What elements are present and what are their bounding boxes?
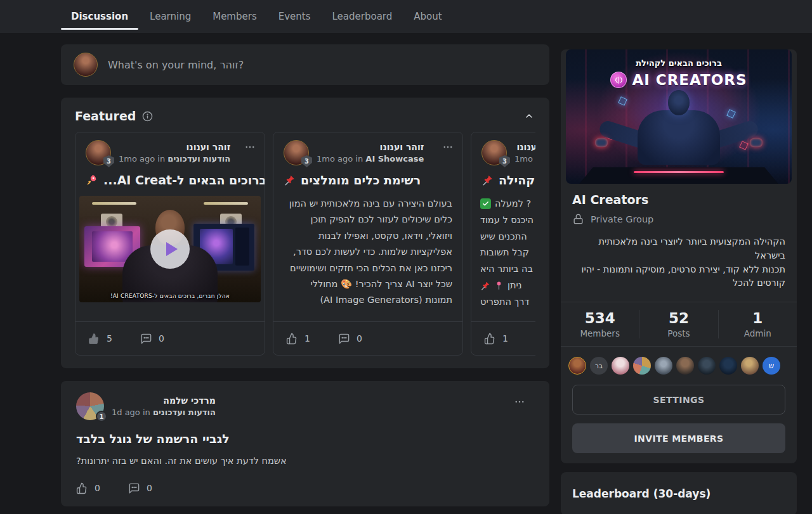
featured-post-body: למעלה ? היכנס ל עמוד התכנים שיש קבל תשוב…	[471, 196, 535, 311]
member-avatar[interactable]	[568, 357, 586, 375]
like-button[interactable]: 0	[76, 482, 100, 494]
featured-post-title[interactable]: רשימת כלים מומלצים	[301, 173, 421, 187]
comment-icon	[338, 333, 350, 345]
member-avatar[interactable]: ש	[763, 357, 780, 375]
author-name[interactable]: זוהר וענונו	[119, 142, 230, 152]
tab-about[interactable]: About	[414, 0, 442, 33]
post-time: 1mo ago in	[514, 154, 535, 164]
thumbs-up-filled-icon	[88, 333, 100, 345]
settings-button[interactable]: SETTINGS	[572, 385, 785, 414]
level-badge: 3	[103, 155, 114, 167]
post-category[interactable]: AI Showcase	[365, 154, 424, 164]
stat-admins[interactable]: 1 Admin	[718, 310, 797, 338]
member-avatar[interactable]	[655, 357, 672, 375]
member-avatars-row: בר ש	[561, 347, 797, 375]
author-name[interactable]: זוהר וענונו	[514, 142, 535, 152]
leaderboard-card: Leaderboard (30-days)	[561, 472, 797, 514]
author-name[interactable]: זוהר וענונו	[317, 142, 424, 152]
group-banner-image: ברוכים הבאים לקהילת AI CREATORS	[566, 49, 792, 184]
collapse-chevron-up-icon[interactable]	[523, 110, 535, 122]
like-button[interactable]: 1	[286, 333, 310, 345]
studio-light	[92, 202, 136, 205]
thumbs-up-icon	[286, 333, 298, 345]
banner-welcome-text: ברוכים הבאים לקהילת	[566, 58, 792, 68]
featured-post-title[interactable]: קהילה	[499, 173, 535, 187]
thumbs-up-icon	[484, 333, 496, 345]
comment-icon	[140, 333, 152, 345]
current-user-avatar	[74, 53, 98, 77]
member-avatar[interactable]	[698, 357, 716, 375]
comment-icon	[128, 482, 140, 494]
studio-light	[204, 202, 248, 205]
tab-events[interactable]: Events	[278, 0, 311, 33]
check-icon	[480, 198, 491, 209]
pushpin-icon	[481, 174, 494, 186]
post-category[interactable]: הודעות ועדכונים	[167, 154, 230, 164]
stat-posts[interactable]: 52 Posts	[639, 310, 717, 338]
leaderboard-title: Leaderboard (30-days)	[572, 487, 785, 500]
pushpin-icon	[480, 281, 490, 291]
featured-cards-row: 3 זוהר וענונו 1mo ago in הודעות ועדכונים…	[75, 132, 535, 356]
like-button[interactable]: 5	[88, 333, 112, 345]
feed-post-card[interactable]: 1 מרדכי שלמה 1d ago in הודעות ועדכונים ל…	[61, 381, 549, 506]
featured-title: Featured	[75, 109, 136, 123]
post-category[interactable]: הודעות ועדכונים	[153, 408, 216, 417]
level-badge: 3	[301, 155, 312, 167]
comment-count: 0	[357, 333, 362, 344]
tab-members[interactable]: Members	[213, 0, 257, 33]
featured-post-card[interactable]: 3 זוהר וענונו 1mo ago in AI Showcase רשי…	[273, 132, 463, 356]
like-count: 1	[304, 333, 310, 344]
post-composer[interactable]: What's on your mind, זוהר?	[61, 44, 549, 85]
level-badge: 1	[96, 411, 107, 422]
more-options-icon[interactable]	[441, 140, 455, 154]
post-time: 1mo ago in	[317, 154, 363, 164]
brain-logo-icon	[610, 72, 627, 88]
thumbs-up-icon	[76, 482, 88, 494]
group-description-line: תכנות ללא קוד, יצירת סרטים, מוסיקה ותמונ…	[572, 263, 785, 291]
group-name: AI Creators	[572, 193, 785, 207]
post-title[interactable]: לגביי הרשמה של גוגל בלבד	[76, 432, 534, 446]
post-body: אשמח לדעת איך עושים את זה. והאם יש בזה י…	[76, 456, 534, 466]
play-button[interactable]	[150, 229, 190, 269]
tab-leaderboard[interactable]: Leaderboard	[332, 0, 393, 33]
round-pin-icon	[494, 281, 504, 290]
tab-discussion[interactable]: Discussion	[71, 0, 128, 33]
group-info-card: ברוכים הבאים לקהילת AI CREATORS AI Creat…	[561, 49, 797, 463]
group-tab-bar: Discussion Learning Members Events Leade…	[0, 0, 812, 33]
featured-post-body: בעולם היצירה עם בינה מלאכותית יש המון כל…	[273, 196, 462, 309]
comment-button[interactable]: 0	[338, 333, 362, 345]
info-icon[interactable]	[141, 110, 154, 123]
member-avatar[interactable]	[741, 357, 759, 375]
post-time: 1d ago in	[112, 408, 150, 417]
level-badge: 3	[499, 155, 510, 167]
like-count: 1	[502, 333, 508, 344]
video-caption: אהלן חברים, ברוכים הבאים ל-AI CREATORS!	[79, 293, 261, 299]
stat-members[interactable]: 534 Members	[561, 310, 639, 338]
group-description-line: הקהילה המקצועית ביותר ליוצרי בינה מלאכות…	[572, 235, 785, 263]
video-thumbnail[interactable]: אהלן חברים, ברוכים הבאים ל-AI CREATORS!	[79, 196, 261, 302]
like-button[interactable]: 1	[484, 333, 508, 345]
pushpin-icon	[284, 174, 296, 186]
banner-group-name: AI CREATORS	[632, 72, 747, 88]
tab-learning[interactable]: Learning	[150, 0, 191, 33]
featured-post-card[interactable]: 3 זוהר וענונו 1mo ago in הודעות ועדכונים…	[75, 132, 265, 356]
member-avatar[interactable]	[612, 357, 629, 375]
composer-placeholder: What's on your mind, זוהר?	[108, 59, 244, 71]
more-options-icon[interactable]	[513, 395, 527, 409]
member-avatar[interactable]	[719, 357, 737, 375]
member-avatar[interactable]: בר	[590, 357, 608, 375]
featured-post-card[interactable]: 3 זוהר וענונו 1mo ago in קהילה	[471, 132, 535, 356]
member-avatar[interactable]	[633, 357, 651, 375]
like-count: 0	[95, 483, 100, 493]
banner-figure	[609, 90, 749, 172]
lock-icon	[572, 213, 584, 225]
more-options-icon[interactable]	[243, 140, 257, 154]
rocket-icon	[86, 174, 98, 186]
featured-post-title[interactable]: ברוכים הבאים ל-AI Creat...	[103, 173, 265, 187]
author-name[interactable]: מרדכי שלמה	[112, 395, 216, 406]
member-avatar[interactable]	[676, 357, 694, 375]
comment-button[interactable]: 0	[140, 333, 164, 345]
group-stats: 534 Members 52 Posts 1 Admin	[561, 302, 797, 347]
invite-members-button[interactable]: INVITE MEMBERS	[572, 423, 785, 453]
comment-button[interactable]: 0	[128, 482, 152, 494]
